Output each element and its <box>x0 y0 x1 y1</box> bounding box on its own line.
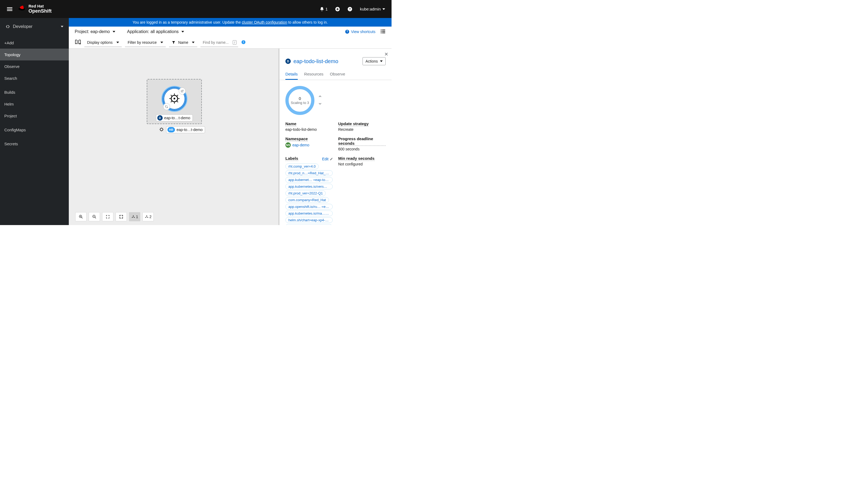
nav-item-project[interactable]: Project <box>0 110 69 122</box>
tab-resources[interactable]: Resources <box>304 70 324 80</box>
resource-title[interactable]: eap-todo-list-demo <box>293 58 338 64</box>
brand[interactable]: Red Hat OpenShift <box>18 4 52 14</box>
question-circle-icon: ? <box>348 7 352 12</box>
view-shortcuts-link[interactable]: ? View shortcuts <box>345 29 375 34</box>
svg-rect-11 <box>382 29 385 31</box>
perspective-label: Developer <box>13 24 61 29</box>
list-icon <box>380 29 386 34</box>
oauth-banner: You are logged in as a temporary adminis… <box>69 18 391 27</box>
layout-button[interactable] <box>75 39 81 46</box>
search-field[interactable]: / <box>201 38 238 47</box>
helm-release-label[interactable]: HR eap-to…t-demo <box>159 126 205 133</box>
caret-down-icon <box>61 26 63 27</box>
reset-view-button[interactable] <box>116 212 127 221</box>
node-label[interactable]: D eap-to…t-demo <box>156 114 193 121</box>
tab-observe[interactable]: Observe <box>330 70 345 80</box>
close-panel-button[interactable]: ✕ <box>384 51 388 57</box>
layout-2-button[interactable]: 2 <box>142 212 154 221</box>
nav-item-builds[interactable]: Builds <box>0 86 69 98</box>
layout-1-button[interactable]: 1 <box>129 212 140 221</box>
fit-to-screen-button[interactable] <box>102 212 113 221</box>
compress-icon <box>119 215 123 219</box>
tab-details[interactable]: Details <box>286 70 298 80</box>
notifications-button[interactable]: 1 <box>320 7 328 12</box>
name-label: Name <box>286 121 297 126</box>
zoom-in-button[interactable] <box>75 212 86 221</box>
application-group[interactable]: HELM D e <box>147 79 202 124</box>
label-chip[interactable]: rht.subcomp_t=application <box>286 224 332 225</box>
info-button[interactable]: i <box>241 40 245 45</box>
svg-point-45 <box>133 215 134 216</box>
help-button[interactable]: ? <box>348 7 352 12</box>
deployment-badge: D <box>286 59 291 64</box>
nav-item-topology[interactable]: Topology <box>0 49 69 60</box>
search-input[interactable] <box>201 38 233 47</box>
scale-down-button[interactable] <box>318 102 322 107</box>
svg-rect-0 <box>7 7 12 8</box>
book-plus-icon <box>75 39 81 45</box>
label-chip[interactable]: app.kubernetes.io/ma… =H… <box>286 210 333 216</box>
label-chip[interactable]: rht.comp_ver=4.0 <box>286 163 319 169</box>
scale-up-button[interactable] <box>318 94 322 99</box>
nav-toggle[interactable] <box>4 4 15 14</box>
user-menu[interactable]: kube:admin <box>360 7 385 11</box>
pod-status: Scaling to 3 <box>291 101 309 105</box>
label-chip[interactable]: helm.sh/chart=eap-xp4-1.0.0 <box>286 217 333 223</box>
label-chip[interactable]: rht.prod_ver=2022-Q1 <box>286 191 326 196</box>
perspective-switcher[interactable]: Developer <box>0 18 69 35</box>
brand-line2: OpenShift <box>28 9 52 14</box>
progress-deadline-value: 600 seconds <box>338 147 386 151</box>
svg-line-35 <box>162 130 163 131</box>
project-dropdown[interactable]: Project: eap-demo <box>75 29 115 34</box>
caret-down-icon <box>160 41 163 43</box>
pod-donut[interactable]: 0 Scaling to 3 <box>286 86 314 115</box>
topology-canvas[interactable]: HELM D e <box>69 49 278 225</box>
helm-icon: HELM <box>168 92 181 106</box>
open-url-decorator[interactable] <box>179 87 186 95</box>
progress-deadline-label: Progress deadline seconds <box>338 136 386 146</box>
nav-item-secrets[interactable]: Secrets <box>0 138 69 149</box>
nav-item-helm[interactable]: Helm <box>0 98 69 110</box>
info-circle-icon: i <box>241 40 245 44</box>
add-button[interactable] <box>335 7 340 12</box>
actions-dropdown[interactable]: Actions <box>362 57 386 65</box>
svg-point-48 <box>146 215 147 216</box>
svg-rect-13 <box>382 31 385 32</box>
edit-labels-button[interactable]: Edit <box>322 157 333 161</box>
label-chip[interactable]: rht.prod_n…=Red_Hat_Run… <box>286 170 333 176</box>
application-dropdown[interactable]: Application: all applications <box>127 29 184 34</box>
min-ready-value: Not configured <box>338 162 386 166</box>
zoom-out-icon <box>92 215 96 219</box>
banner-link[interactable]: cluster OAuth configuration <box>242 20 287 24</box>
filter-resource-dropdown[interactable]: Filter by resource <box>125 38 166 47</box>
label-chip[interactable]: app.kubernetes.io/vers… =4… <box>286 184 333 189</box>
list-view-button[interactable] <box>380 29 386 35</box>
svg-text:?: ? <box>349 7 351 11</box>
svg-rect-12 <box>381 31 382 32</box>
deployment-node[interactable]: HELM <box>161 86 187 112</box>
svg-point-18 <box>171 95 178 102</box>
name-filter-dropdown[interactable]: Name <box>169 38 197 47</box>
nav-item-observe[interactable]: Observe <box>0 60 69 72</box>
nav-item-configmaps[interactable]: ConfigMaps <box>0 124 69 136</box>
label-chip[interactable]: com.company=Red_Hat <box>286 197 329 203</box>
namespace-link[interactable]: eap-demo <box>292 143 309 147</box>
update-strategy-label: Update strategy <box>338 121 369 126</box>
question-circle-icon: ? <box>345 29 349 34</box>
zoom-controls: 1 2 <box>75 212 154 221</box>
chevron-up-icon <box>318 94 322 98</box>
nav-item--add[interactable]: +Add <box>0 37 69 49</box>
build-status-decorator[interactable] <box>163 103 170 110</box>
brand-text: Red Hat OpenShift <box>28 4 52 14</box>
display-options-dropdown[interactable]: Display options <box>84 38 122 47</box>
svg-point-19 <box>173 97 175 99</box>
label-chip[interactable]: app.openshift.io/ru… =eap-… <box>286 204 333 209</box>
labels-label: Labels <box>286 156 298 161</box>
nav-item-search[interactable]: Search <box>0 72 69 84</box>
label-chip[interactable]: app.kubernet… =eap-todo… <box>286 177 333 183</box>
main-content: You are logged in as a temporary adminis… <box>69 18 391 225</box>
banner-prefix: You are logged in as a temporary adminis… <box>132 20 242 24</box>
svg-rect-10 <box>381 29 382 31</box>
helm-icon <box>159 127 164 133</box>
zoom-out-button[interactable] <box>89 212 100 221</box>
